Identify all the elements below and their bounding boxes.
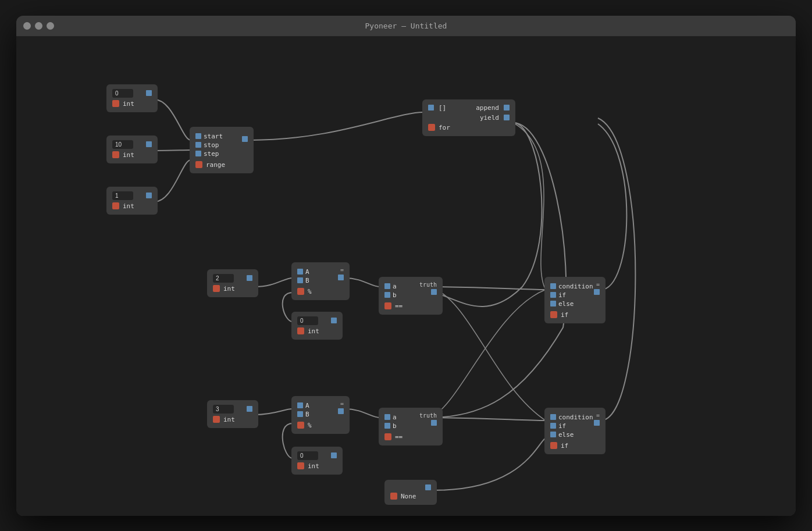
node-int1-bottom: int (112, 202, 152, 210)
if1-condition-row: condition (550, 283, 593, 290)
node-none[interactable]: None (384, 480, 437, 505)
int10-out-port[interactable] (146, 141, 152, 147)
int0b-value-input[interactable] (297, 316, 318, 325)
int0c-type-port[interactable] (297, 462, 304, 469)
int1-out-port[interactable] (146, 193, 152, 198)
mod1-type-port[interactable] (297, 288, 304, 295)
node-mod2[interactable]: A B = % (291, 396, 350, 434)
app-window: Pyoneer — Untitled (16, 16, 796, 516)
if2-type-port[interactable] (550, 442, 557, 449)
eq2-b-port[interactable] (384, 423, 390, 429)
range-stop-port[interactable] (195, 142, 201, 148)
for-in1-label: [] (439, 104, 446, 112)
range-out-port[interactable] (242, 136, 248, 142)
for-yield-port[interactable] (504, 115, 510, 120)
node-int3[interactable]: int (207, 400, 258, 428)
int0b-type-port[interactable] (297, 327, 304, 334)
node-int10-header (112, 140, 152, 149)
node-eq1[interactable]: a b truth == (379, 277, 443, 315)
eq1-out-port[interactable] (431, 289, 437, 295)
node-int10[interactable]: int (106, 136, 158, 163)
int1-type-port[interactable] (112, 202, 119, 209)
int2-label: int (223, 285, 235, 293)
if1-if-port[interactable] (550, 292, 556, 298)
node-int0b[interactable]: int (291, 312, 343, 340)
for-append-port[interactable] (504, 105, 510, 111)
if2-condition-row: condition (550, 414, 593, 421)
int10-value-input[interactable] (112, 140, 133, 149)
eq2-type-port[interactable] (384, 433, 391, 440)
close-button[interactable] (23, 22, 31, 30)
if2-else-port[interactable] (550, 432, 556, 437)
none-out-port[interactable] (425, 484, 431, 490)
int0c-out-port[interactable] (331, 452, 337, 458)
eq2-a-label: a (393, 414, 397, 421)
if1-if-row: if (550, 291, 593, 299)
int2-value-input[interactable] (213, 274, 234, 283)
eq2-out-port[interactable] (431, 420, 437, 426)
for-type-port[interactable] (428, 124, 435, 131)
node-mod1[interactable]: A B = % (291, 262, 350, 300)
int2-type-port[interactable] (213, 285, 220, 292)
node-eq2[interactable]: a b truth == (379, 408, 443, 446)
if1-condition-label: condition (558, 283, 593, 290)
int0c-value-input[interactable] (297, 451, 318, 460)
minimize-button[interactable] (35, 22, 42, 30)
int3-type-port[interactable] (213, 416, 220, 423)
node-int3-bottom: int (213, 416, 252, 423)
if2-out-port[interactable] (594, 420, 600, 426)
if1-type-port[interactable] (550, 311, 557, 318)
mod2-a-port[interactable] (297, 402, 303, 408)
mod1-label: % (308, 288, 312, 295)
for-append-label: append (476, 104, 499, 112)
node-range[interactable]: start stop step range (190, 127, 254, 173)
mod2-out-port[interactable] (338, 408, 344, 414)
if2-label: if (561, 442, 568, 450)
node-if1[interactable]: condition if else = (544, 277, 606, 323)
int2-out-port[interactable] (247, 275, 252, 281)
int10-type-port[interactable] (112, 151, 119, 158)
int0-out-port[interactable] (146, 90, 152, 96)
mod2-type-port[interactable] (297, 422, 304, 429)
range-step-port[interactable] (195, 151, 201, 156)
mod1-a-port[interactable] (297, 269, 303, 275)
eq1-a-port[interactable] (384, 283, 390, 289)
eq2-a-port[interactable] (384, 414, 390, 420)
if1-eq-label: = (596, 281, 600, 288)
node-int2[interactable]: int (207, 269, 258, 297)
if1-else-port[interactable] (550, 301, 556, 307)
eq1-bottom: == (384, 302, 437, 310)
maximize-button[interactable] (47, 22, 54, 30)
if1-condition-port[interactable] (550, 283, 556, 289)
range-start-row: start (195, 133, 223, 140)
range-start-port[interactable] (195, 133, 201, 139)
int0b-out-port[interactable] (331, 318, 337, 323)
mod1-a-label: A (305, 268, 309, 276)
for-in1-port[interactable] (428, 105, 434, 111)
range-step-label: step (204, 150, 219, 158)
int3-value-input[interactable] (213, 405, 234, 414)
range-type-port[interactable] (195, 161, 202, 168)
node-int0c[interactable]: int (291, 447, 343, 475)
mod1-b-port[interactable] (297, 277, 303, 283)
if1-out-port[interactable] (594, 289, 600, 295)
if2-if-port[interactable] (550, 423, 556, 429)
node-canvas[interactable]: int int int (16, 37, 796, 516)
int3-out-port[interactable] (247, 406, 252, 412)
mod2-b-port[interactable] (297, 411, 303, 417)
node-int1[interactable]: int (106, 187, 158, 215)
int1-value-input[interactable] (112, 191, 133, 200)
mod2-a-row: A (297, 402, 309, 409)
eq1-b-port[interactable] (384, 292, 390, 298)
node-int3-header (213, 405, 252, 414)
node-for[interactable]: [] append yield for (422, 99, 515, 136)
node-if2[interactable]: condition if else = (544, 408, 606, 454)
eq1-type-port[interactable] (384, 302, 391, 309)
int0-type-port[interactable] (112, 100, 119, 107)
if2-if-label: if (558, 422, 566, 430)
mod1-out-port[interactable] (338, 275, 344, 280)
if2-condition-port[interactable] (550, 414, 556, 420)
node-int0[interactable]: int (106, 84, 158, 112)
none-type-port[interactable] (390, 493, 397, 500)
int0-value-input[interactable] (112, 89, 133, 98)
